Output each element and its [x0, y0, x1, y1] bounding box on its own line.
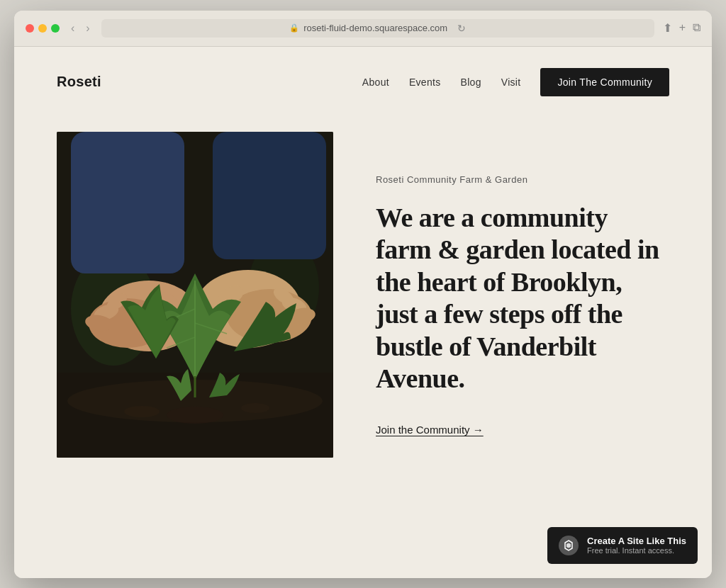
content-heading: We are a community farm & garden located…: [376, 202, 669, 396]
url-text: roseti-fluid-demo.squarespace.com: [303, 23, 447, 33]
content-subtitle: Roseti Community Farm & Garden: [376, 174, 669, 185]
svg-point-24: [124, 406, 160, 417]
navbar: Roseti About Events Blog Visit Join The …: [14, 47, 712, 118]
squarespace-icon: [559, 536, 579, 555]
main-section: Roseti Community Farm & Garden We are a …: [14, 118, 712, 500]
site-banner[interactable]: Create A Site Like This Free trial. Inst…: [547, 527, 698, 564]
nav-about[interactable]: About: [362, 77, 389, 88]
site-logo[interactable]: Roseti: [57, 74, 101, 90]
browser-nav: ‹ ›: [68, 21, 93, 36]
svg-rect-5: [71, 132, 184, 273]
back-button[interactable]: ‹: [68, 21, 77, 36]
tabs-icon[interactable]: ⧉: [693, 21, 700, 35]
join-community-link[interactable]: Join the Community →: [376, 424, 484, 436]
hero-image-container: [57, 132, 333, 458]
forward-button[interactable]: ›: [83, 21, 92, 36]
browser-actions: ⬆ + ⧉: [663, 21, 700, 35]
svg-point-25: [241, 403, 269, 413]
new-tab-icon[interactable]: +: [679, 21, 686, 35]
svg-point-26: [167, 407, 223, 424]
lock-icon: 🔒: [289, 23, 299, 33]
browser-dots: [26, 24, 60, 33]
hero-image-svg: [57, 132, 333, 458]
nav-blog[interactable]: Blog: [461, 77, 481, 88]
nav-visit[interactable]: Visit: [501, 77, 521, 88]
nav-events[interactable]: Events: [409, 77, 441, 88]
page-content: Roseti About Events Blog Visit Join The …: [14, 47, 712, 578]
close-dot[interactable]: [26, 24, 34, 33]
join-community-button[interactable]: Join The Community: [540, 68, 669, 96]
nav-links: About Events Blog Visit Join The Communi…: [362, 68, 669, 96]
maximize-dot[interactable]: [51, 24, 60, 33]
svg-rect-6: [213, 132, 326, 259]
content-section: Roseti Community Farm & Garden We are a …: [376, 132, 669, 437]
address-bar[interactable]: 🔒 roseti-fluid-demo.squarespace.com ↻: [101, 19, 654, 38]
browser-window: ‹ › 🔒 roseti-fluid-demo.squarespace.com …: [14, 11, 712, 578]
minimize-dot[interactable]: [38, 24, 47, 33]
banner-sub-text: Free trial. Instant access.: [587, 546, 686, 555]
reload-icon[interactable]: ↻: [457, 23, 466, 34]
banner-main-text: Create A Site Like This: [587, 536, 686, 546]
browser-chrome: ‹ › 🔒 roseti-fluid-demo.squarespace.com …: [14, 11, 712, 47]
share-icon[interactable]: ⬆: [663, 21, 672, 35]
banner-text: Create A Site Like This Free trial. Inst…: [587, 536, 686, 555]
hero-image: [57, 132, 333, 458]
